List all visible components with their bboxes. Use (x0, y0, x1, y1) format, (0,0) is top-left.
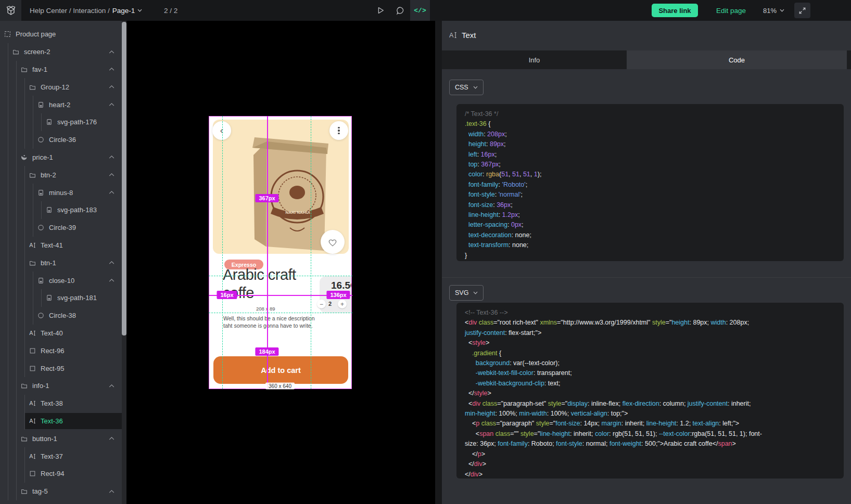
favorite-button[interactable] (321, 230, 345, 254)
layer-row-text-40[interactable]: AText-40 (0, 325, 122, 342)
code-line: </div> (465, 459, 835, 469)
layer-row-rect-96[interactable]: Rect-96 (0, 342, 122, 359)
layer-row-minus-8[interactable]: minus-8 (0, 184, 122, 201)
selected-element-label: Text (462, 31, 476, 40)
layer-row-rect-94[interactable]: Rect-94 (0, 465, 122, 483)
layer-row-text-36[interactable]: AText-36 (0, 412, 122, 430)
chevron-up-icon[interactable] (109, 279, 115, 282)
css-language-dropdown[interactable]: CSS (449, 80, 484, 95)
tab-info[interactable]: Info (442, 50, 627, 69)
layer-row-svg-path-181[interactable]: svg-path-181 (0, 289, 122, 307)
add-to-cart-button[interactable]: Add to cart (213, 356, 348, 384)
chevron-up-icon[interactable] (109, 68, 115, 71)
tree-guide-line (16, 430, 17, 447)
chevron-up-icon[interactable] (109, 384, 115, 387)
chevron-up-icon[interactable] (109, 85, 115, 89)
css-language-value: CSS (455, 84, 468, 91)
layer-row-circle-36[interactable]: Circle-36 (0, 131, 122, 149)
layer-row-heart-2[interactable]: heart-2 (0, 96, 122, 113)
comments-button[interactable] (390, 0, 410, 21)
code-mode-button[interactable]: </> (410, 0, 430, 21)
play-button[interactable] (371, 0, 390, 21)
layer-row-btn-2[interactable]: btn-2 (0, 166, 122, 184)
tree-guide-line (16, 96, 17, 113)
back-button[interactable]: ‹ (212, 121, 231, 140)
code-icon: </> (414, 7, 426, 15)
tree-guide-line (33, 272, 33, 289)
chevron-up-icon[interactable] (109, 191, 115, 195)
tree-guide-line (8, 219, 8, 237)
layer-label: Text-37 (41, 453, 63, 460)
code-line: size: 36px; font-family: Roboto; font-st… (465, 439, 835, 449)
layer-row-rect-95[interactable]: Rect-95 (0, 359, 122, 377)
tree-guide-line (24, 219, 25, 237)
tab-code[interactable]: Code (627, 50, 847, 69)
app-logo[interactable] (0, 0, 21, 21)
tree-guide-line (16, 61, 17, 79)
edit-page-link[interactable]: Edit page (716, 0, 746, 21)
fullscreen-button[interactable] (794, 3, 810, 18)
chevron-up-icon[interactable] (109, 156, 115, 159)
tree-guide-line (16, 272, 17, 289)
quantity-minus-button[interactable]: − (317, 300, 326, 308)
layer-row-text-41[interactable]: AText-41 (0, 237, 122, 254)
tree-guide-line (8, 377, 8, 395)
tree-guide-line (16, 184, 17, 201)
layer-row-product page[interactable]: Product page (0, 25, 122, 43)
layer-row-screen-2[interactable]: screen-2 (0, 43, 122, 61)
layer-row-fav-1[interactable]: fav-1 (0, 61, 122, 79)
layer-row-tag-5[interactable]: tag-5 (0, 483, 122, 500)
layer-row-text-37[interactable]: AText-37 (0, 447, 122, 465)
chevron-up-icon[interactable] (109, 489, 115, 493)
layer-row-circle-38[interactable]: Circle-38 (0, 307, 122, 325)
layer-row-btn-1[interactable]: btn-1 (0, 254, 122, 272)
tree-guide-line (16, 307, 17, 325)
tree-guide-line (24, 184, 25, 201)
layer-row-info-1[interactable]: info-1 (0, 377, 122, 395)
quantity-plus-button[interactable]: + (338, 300, 347, 308)
code-line: text-transform: none; (465, 240, 835, 250)
code-line: width: 208px; (465, 130, 835, 139)
layer-row-text-38[interactable]: AText-38 (0, 395, 122, 412)
more-options-button[interactable] (329, 121, 348, 140)
chevron-up-icon[interactable] (109, 173, 115, 177)
tree-guide-line (8, 113, 8, 131)
code-line: </style> (465, 389, 835, 398)
layer-row-svg-path-183[interactable]: svg-path-183 (0, 201, 122, 219)
screen-frame[interactable]: NARI NAHUI ‹ Expresso Arabic craft coffe… (209, 116, 352, 389)
layer-label: minus-8 (49, 189, 73, 197)
layer-row-close-10[interactable]: close-10 (0, 272, 122, 289)
layer-row-svg-path-176[interactable]: svg-path-176 (0, 113, 122, 131)
breadcrumb[interactable]: Help Center / Interaction / Page-1 (30, 0, 142, 21)
panel-gutter (435, 21, 442, 504)
svg-language-dropdown[interactable]: SVG (449, 285, 484, 301)
chevron-up-icon[interactable] (109, 50, 115, 54)
chevron-up-icon[interactable] (109, 261, 115, 265)
tree-guide-line (16, 395, 17, 412)
tree-guide-line (16, 342, 17, 359)
code-line: <p class="paragraph" style="font-size: 1… (465, 419, 835, 429)
sidebar-scrollbar-thumb[interactable] (122, 22, 126, 335)
tree-guide-line (16, 289, 17, 307)
share-link-button[interactable]: Share link (652, 4, 698, 17)
layers-tree: Product pagescreen-2fav-1Group-12heart-2… (0, 25, 122, 500)
tree-guide-line (8, 43, 8, 61)
rect-layer-icon (29, 365, 36, 372)
chevron-up-icon[interactable] (109, 103, 115, 107)
css-code-block: /* Text-36 */.text-36 { width: 208px; he… (456, 104, 844, 261)
zoom-level-control[interactable]: 81% (763, 0, 784, 21)
tree-guide-line (24, 237, 25, 254)
layer-row-group-12[interactable]: Group-12 (0, 78, 122, 96)
design-canvas[interactable]: NARI NAHUI ‹ Expresso Arabic craft coffe… (126, 21, 435, 504)
svg-text:A: A (29, 330, 33, 336)
layer-row-circle-39[interactable]: Circle-39 (0, 219, 122, 237)
tree-guide-line (16, 166, 17, 184)
tree-guide-line (24, 254, 25, 272)
frame-size-label: 360 x 640 (265, 383, 295, 390)
chevron-up-icon[interactable] (109, 437, 115, 441)
layer-row-price-1[interactable]: price-1 (0, 149, 122, 166)
layer-label: heart-2 (49, 101, 70, 109)
layer-label: btn-1 (41, 259, 56, 267)
layer-row-button-1[interactable]: button-1 (0, 430, 122, 447)
selection-dimensions-label: 208 x 89 (256, 306, 275, 312)
